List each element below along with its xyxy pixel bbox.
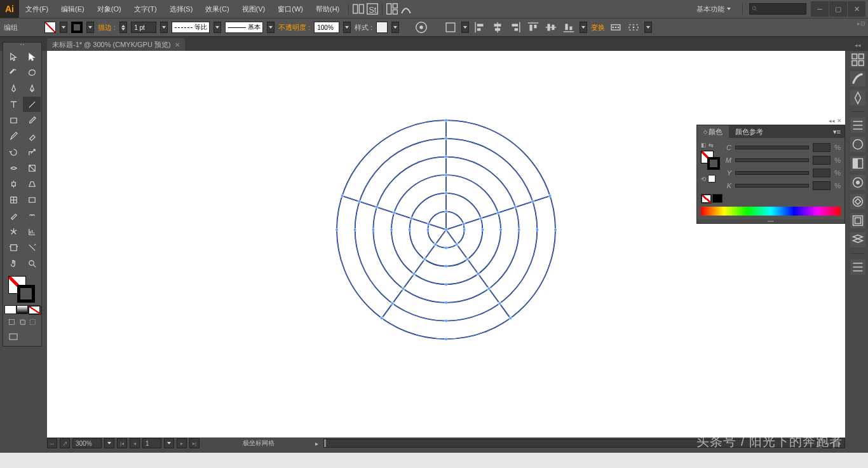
- last-color-swatch[interactable]: [708, 175, 715, 182]
- tool-rectangle[interactable]: [4, 113, 22, 128]
- workspace-switcher[interactable]: 基本功能: [691, 4, 736, 14]
- panel-tab-color[interactable]: 颜色: [697, 125, 729, 138]
- menu-2[interactable]: 对象(O): [91, 0, 128, 18]
- dock-swatches-icon[interactable]: [850, 90, 865, 106]
- menu-4[interactable]: 选择(S): [163, 0, 200, 18]
- polar-grid-artwork[interactable]: [325, 109, 567, 350]
- slider-C[interactable]: [735, 146, 809, 149]
- menu-8[interactable]: 帮助(H): [309, 0, 346, 18]
- screen-mode-icon[interactable]: [8, 332, 18, 342]
- first-artboard[interactable]: |◂: [117, 438, 127, 448]
- align-right-icon[interactable]: [508, 20, 522, 34]
- fill-swatch[interactable]: [44, 22, 56, 33]
- dock-gradient-icon[interactable]: [850, 156, 865, 171]
- panel-fill-stroke[interactable]: [701, 151, 720, 170]
- tool-blend[interactable]: [23, 208, 41, 223]
- transform-label[interactable]: 变换: [591, 23, 605, 32]
- document-tab[interactable]: 未标题-1* @ 300% (CMYK/GPU 预览) ✕: [47, 38, 185, 51]
- window-close[interactable]: ✕: [848, 1, 865, 17]
- tool-eraser[interactable]: [23, 128, 41, 144]
- stroke-dropdown[interactable]: [86, 22, 94, 33]
- stroke-swatch[interactable]: [71, 22, 83, 33]
- dock-libraries-icon[interactable]: [850, 259, 865, 275]
- value-K[interactable]: [813, 181, 831, 190]
- draw-inside-icon[interactable]: [29, 317, 36, 327]
- value-Y[interactable]: [813, 169, 831, 177]
- value-C[interactable]: [813, 143, 831, 152]
- tool-zoom[interactable]: [23, 256, 41, 271]
- dock-color-icon[interactable]: [850, 118, 865, 133]
- dock-symbols-icon[interactable]: [850, 213, 865, 228]
- layout-icon-2[interactable]: St: [365, 2, 379, 16]
- stroke-dash-preview[interactable]: 等比: [172, 22, 210, 33]
- prev-artboard[interactable]: ◂: [130, 438, 140, 448]
- align-center-icon[interactable]: [491, 20, 505, 34]
- align-middle-icon[interactable]: [544, 20, 558, 34]
- artboard-input[interactable]: 1: [142, 438, 161, 448]
- tool-mesh[interactable]: [4, 192, 22, 207]
- dock-stroke-icon[interactable]: [850, 137, 865, 152]
- menu-6[interactable]: 视图(V): [236, 0, 272, 18]
- tool-type[interactable]: [4, 97, 22, 112]
- fill-stroke-control[interactable]: [4, 273, 40, 304]
- toolbox-stroke[interactable]: [17, 285, 35, 303]
- menu-5[interactable]: 效果(C): [199, 0, 235, 18]
- grayscale-toggle-icon[interactable]: ◧: [701, 142, 707, 148]
- search-input[interactable]: [749, 3, 806, 15]
- stroke-profile-preview[interactable]: 基本: [225, 22, 263, 33]
- tool-rotate[interactable]: [4, 144, 22, 160]
- tool-scale[interactable]: [23, 144, 41, 160]
- dock-appearance-icon[interactable]: [850, 194, 865, 209]
- opacity-input[interactable]: 100%: [314, 22, 339, 33]
- last-artboard[interactable]: ▸|: [189, 438, 200, 448]
- tool-magic-wand[interactable]: [4, 65, 22, 80]
- window-restore[interactable]: ▢: [829, 1, 847, 17]
- layout-icon-1[interactable]: [351, 2, 365, 16]
- gpu-icon[interactable]: [399, 2, 413, 16]
- tool-pencil[interactable]: [4, 128, 22, 144]
- window-minimize[interactable]: ─: [811, 1, 829, 17]
- next-artboard[interactable]: ▸: [177, 438, 187, 448]
- canvas[interactable]: [47, 51, 845, 437]
- tool-line-segment[interactable]: [23, 97, 41, 112]
- toolbox-gradient-mode[interactable]: [17, 305, 29, 314]
- recolor-icon[interactable]: [414, 20, 428, 34]
- panel-collapse[interactable]: ◂◂ ✕: [829, 118, 842, 124]
- edit-content-icon[interactable]: [627, 20, 641, 34]
- style-swatch[interactable]: [376, 22, 388, 33]
- arrange-icon[interactable]: [385, 2, 399, 16]
- swap-colors-icon[interactable]: ⇆: [709, 142, 714, 148]
- tool-symbol-sprayer[interactable]: [4, 224, 22, 239]
- align-top-icon[interactable]: [526, 20, 540, 34]
- toolbox-color-mode[interactable]: [4, 305, 17, 314]
- tool-artboard[interactable]: [4, 240, 22, 255]
- toolbox-none-mode[interactable]: [28, 305, 40, 314]
- value-M[interactable]: [813, 156, 831, 165]
- align-left-icon[interactable]: [473, 20, 487, 34]
- tool-hand[interactable]: [4, 256, 22, 271]
- menu-1[interactable]: 编辑(E): [55, 0, 91, 18]
- menu-0[interactable]: 文件(F): [19, 0, 55, 18]
- align-1-icon[interactable]: [444, 20, 458, 34]
- status-menu[interactable]: ▸: [315, 440, 318, 447]
- tool-lasso[interactable]: [23, 65, 41, 80]
- color-spectrum[interactable]: [701, 207, 841, 216]
- draw-normal-icon[interactable]: [8, 317, 15, 327]
- stroke-stepper[interactable]: [119, 22, 127, 33]
- tool-paintbrush[interactable]: [23, 113, 41, 128]
- isolate-icon[interactable]: [609, 20, 623, 34]
- align-bottom-icon[interactable]: [562, 20, 576, 34]
- panel-menu-icon[interactable]: ▾≡: [829, 128, 844, 136]
- artboard-nav-icon[interactable]: ↔: [47, 438, 57, 448]
- menu-7[interactable]: 窗口(W): [271, 0, 309, 18]
- tool-shape-builder[interactable]: [4, 176, 22, 191]
- tool-direct-selection[interactable]: [23, 49, 41, 64]
- tool-slice[interactable]: [23, 240, 41, 255]
- tab-close-icon[interactable]: ✕: [175, 41, 180, 48]
- dock-transparency-icon[interactable]: [850, 175, 865, 190]
- tool-selection[interactable]: [4, 49, 22, 64]
- dock-layers-icon[interactable]: [850, 52, 865, 67]
- fill-dropdown[interactable]: [60, 22, 67, 33]
- stroke-width-input[interactable]: 1 pt: [131, 22, 156, 33]
- tool-free-transform[interactable]: [23, 160, 41, 176]
